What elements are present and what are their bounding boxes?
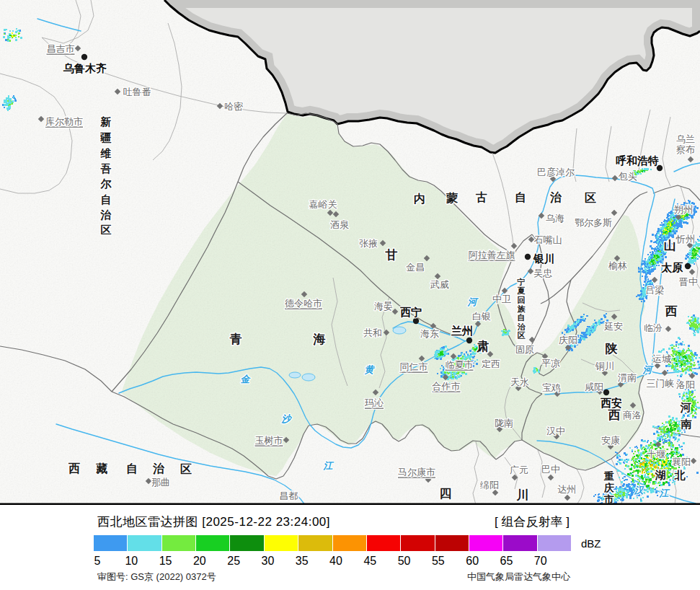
colorbar-tick: 40 bbox=[329, 555, 342, 568]
city-label: 三门峡 bbox=[647, 378, 675, 389]
colorbar-tick: 70 bbox=[534, 555, 547, 568]
city-label: 延安 bbox=[604, 321, 623, 332]
agency-credit: 中国气象局雷达气象中心 bbox=[467, 571, 570, 584]
city-label: 海晏 bbox=[374, 301, 393, 312]
city-label: 平凉 bbox=[541, 358, 560, 369]
province-label-ningxia: 宁 bbox=[517, 278, 526, 286]
city-label: 嘉峪关 bbox=[309, 199, 337, 210]
colorbar-tick: 65 bbox=[500, 555, 513, 568]
city-label: 鄂尔多斯 bbox=[575, 217, 612, 228]
province-label-chongqing: 重 bbox=[603, 470, 614, 482]
colorbar-tick: 25 bbox=[227, 555, 240, 568]
map-title: 西北地区雷达拼图 [2025-12-22 23:24:00] bbox=[97, 514, 330, 530]
city-label: 榆林 bbox=[608, 260, 627, 271]
city-label: 昌都 bbox=[279, 490, 298, 501]
capital-marker bbox=[413, 318, 419, 324]
province-label-neimenggu: 区 bbox=[585, 192, 596, 204]
province-label-gansu: 肃 bbox=[477, 340, 489, 353]
city-label: 巴中 bbox=[541, 464, 560, 475]
city-label: 酒泉 bbox=[329, 219, 349, 230]
province-label-chongqing: 庆 bbox=[603, 482, 614, 493]
city-label: 德令哈市 bbox=[285, 298, 322, 309]
city-label: 同仁市 bbox=[400, 361, 428, 372]
colorbar-tick: 55 bbox=[432, 555, 445, 568]
province-label-sichuan: 四 bbox=[440, 487, 452, 501]
colorbar-segment bbox=[230, 535, 264, 551]
colorbar-segment bbox=[538, 535, 571, 551]
province-label-xizang: 自 bbox=[126, 462, 138, 475]
capital-marker bbox=[466, 338, 472, 343]
city-label: 庆阳 bbox=[559, 335, 577, 345]
city-label: 朔州 bbox=[674, 204, 693, 215]
colorbar-ticks: 510152025303540455055606570 bbox=[94, 555, 571, 569]
capital-marker bbox=[685, 263, 691, 269]
city-label: 十堰 bbox=[647, 449, 665, 459]
city-label: 包头 bbox=[618, 171, 637, 182]
city-label: 汉中 bbox=[546, 426, 565, 436]
province-label-neimenggu: 内 bbox=[414, 193, 425, 205]
legend-panel: 西北地区雷达拼图 [2025-12-22 23:24:00] [ 组合反射率 ]… bbox=[0, 505, 700, 590]
colorbar-tick: 15 bbox=[159, 555, 172, 568]
map-approval-number: 审图号: GS京 (2022) 0372号 bbox=[97, 571, 216, 584]
city-label: 天水 bbox=[510, 377, 529, 387]
colorbar-segment bbox=[196, 535, 230, 551]
river-label: 江 bbox=[323, 460, 335, 471]
river-label: 黄 bbox=[365, 364, 376, 375]
lake bbox=[393, 327, 406, 334]
province-label-henan: 河 bbox=[680, 401, 692, 413]
reflectivity-colorbar bbox=[94, 535, 571, 551]
province-label-xizang: 区 bbox=[180, 463, 192, 475]
capital-label: 兰州 bbox=[451, 325, 473, 337]
city-label: 马尔康市 bbox=[398, 467, 435, 477]
province-label-neimenggu: 古 bbox=[475, 191, 487, 203]
province-label-ningxia: 治 bbox=[518, 322, 526, 331]
city-label: 安康 bbox=[601, 435, 620, 446]
city-label: 广元 bbox=[510, 464, 528, 475]
city-label: 绵阳 bbox=[479, 480, 499, 490]
city-label: 合作市 bbox=[433, 381, 461, 392]
city-label: 乌海 bbox=[546, 213, 564, 224]
city-label: 海东 bbox=[420, 328, 439, 339]
city-label: 吐鲁番 bbox=[123, 87, 151, 97]
city-label: 运城 bbox=[652, 353, 671, 364]
city-label: 乌兰 bbox=[676, 133, 695, 144]
province-label-gansu: 甘 bbox=[385, 248, 398, 262]
city-label: 襄阳 bbox=[672, 457, 691, 467]
lake bbox=[302, 374, 315, 381]
province-label-hubei: 北 bbox=[674, 469, 686, 481]
colorbar-tick: 10 bbox=[125, 555, 138, 568]
city-label: 察布 bbox=[676, 144, 695, 155]
colorbar-segment bbox=[162, 535, 196, 551]
province-label-xinjiang: 疆 bbox=[100, 131, 112, 144]
province-label-shaanxi: 西 bbox=[608, 408, 621, 422]
capital-label: 银川 bbox=[533, 252, 555, 265]
capital-marker bbox=[81, 54, 87, 60]
province-label-hubei: 湖 bbox=[655, 469, 666, 481]
province-label-sichuan: 川 bbox=[516, 488, 529, 502]
city-label: 洛阳 bbox=[676, 379, 695, 390]
river-label: 沙 bbox=[281, 413, 293, 424]
province-label-neimenggu: 自 bbox=[515, 191, 526, 203]
colorbar-tick: 50 bbox=[398, 555, 411, 568]
colorbar-segment bbox=[367, 535, 401, 551]
province-label-shaanxi: 陕 bbox=[606, 342, 618, 356]
province-label-ningxia: 回 bbox=[518, 296, 526, 304]
city-label: 张掖 bbox=[359, 238, 378, 249]
province-label-xinjiang: 维 bbox=[100, 147, 112, 159]
province-label-neimenggu: 蒙 bbox=[446, 192, 458, 204]
city-label: 铜川 bbox=[595, 361, 614, 371]
river-label: 汉 bbox=[634, 485, 644, 496]
city-label: 忻州 bbox=[675, 234, 695, 245]
city-label: 商洛 bbox=[623, 410, 642, 421]
city-label: 阿拉善左旗 bbox=[469, 250, 515, 260]
province-label-neimenggu: 治 bbox=[549, 191, 562, 203]
province-label-henan: 南 bbox=[681, 418, 692, 430]
city-label: 武威 bbox=[430, 279, 449, 290]
city-label: 那曲 bbox=[151, 477, 170, 488]
colorbar-segment bbox=[128, 535, 161, 551]
city-label: 哈密 bbox=[224, 101, 243, 112]
colorbar-segment bbox=[435, 535, 469, 551]
colorbar-tick: 60 bbox=[466, 555, 479, 568]
city-label: 巴彦淖尔 bbox=[537, 167, 575, 177]
city-label: 金昌 bbox=[406, 262, 425, 273]
